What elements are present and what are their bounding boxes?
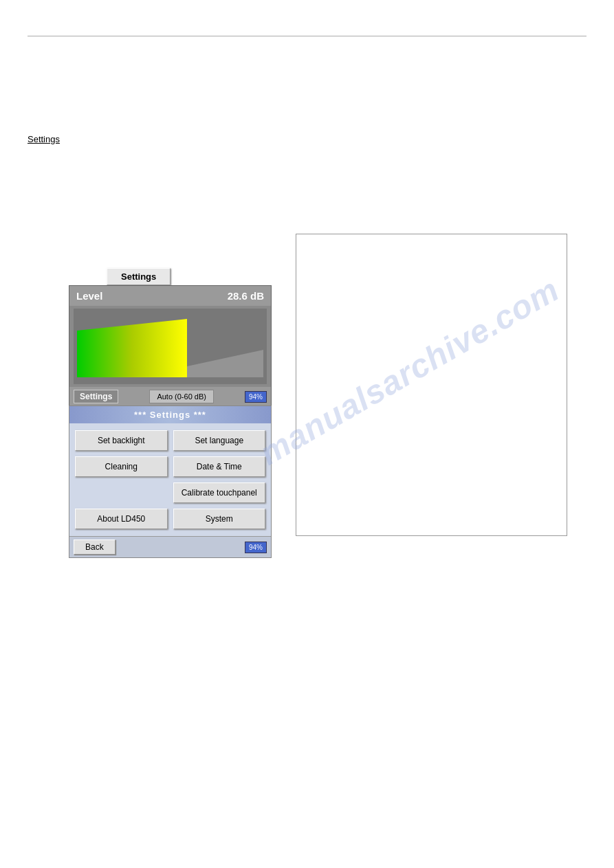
vu-gray-bar [187, 350, 263, 377]
top-divider [28, 36, 586, 36]
system-button[interactable]: System [173, 509, 266, 529]
settings-top-button[interactable]: Settings [107, 268, 171, 285]
set-language-button[interactable]: Set language [173, 430, 266, 451]
device-level-screen: Level 28.6 dB Settings Auto (0-60 dB) 94… [69, 285, 272, 407]
battery-percent-badge: 94% [245, 391, 267, 403]
settings-panel: *** Settings *** Set backlight Set langu… [69, 405, 272, 558]
device-bottom-bar: Settings Auto (0-60 dB) 94% [69, 387, 271, 406]
settings-panel-body: Set backlight Set language Cleaning Date… [69, 423, 271, 536]
device-settings-label: Settings [74, 390, 118, 403]
section-underline-label: Settings [28, 134, 60, 144]
about-ld450-button[interactable]: About LD450 [75, 509, 168, 529]
vu-meter-area [74, 309, 267, 384]
right-content-box [296, 234, 567, 536]
settings-panel-footer: Back 94% [69, 536, 271, 557]
auto-range-button[interactable]: Auto (0-60 dB) [149, 390, 214, 403]
settings-panel-header: *** Settings *** [69, 406, 271, 423]
settings-top-button-container: Settings [107, 268, 171, 285]
set-backlight-button[interactable]: Set backlight [75, 430, 168, 451]
level-label: Level [76, 290, 102, 302]
settings-panel-percent-badge: 94% [245, 542, 267, 553]
level-header: Level 28.6 dB [69, 286, 271, 306]
date-time-button[interactable]: Date & Time [173, 456, 266, 477]
level-value: 28.6 dB [228, 290, 264, 302]
vu-gradient-bar [77, 319, 187, 377]
calibrate-touchpanel-button[interactable]: Calibrate touchpanel [173, 482, 266, 503]
cleaning-button[interactable]: Cleaning [75, 456, 168, 477]
back-button[interactable]: Back [74, 539, 116, 555]
